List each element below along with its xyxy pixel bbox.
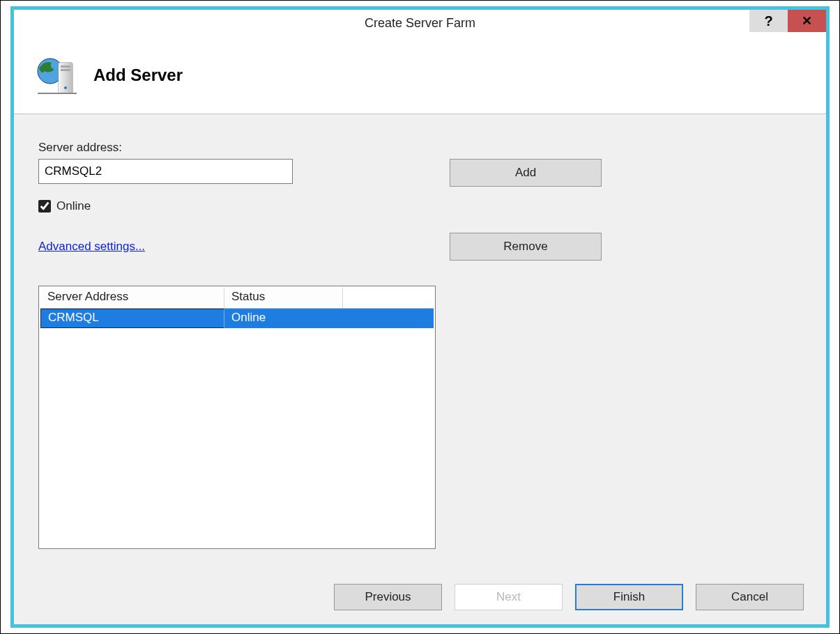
next-button: Next	[455, 584, 563, 610]
content-area: Server address: Add Online Advanced sett…	[14, 114, 826, 570]
svg-rect-4	[61, 65, 70, 68]
close-icon: ✕	[802, 13, 812, 29]
online-checkbox[interactable]	[38, 200, 51, 212]
previous-button[interactable]: Previous	[334, 584, 442, 610]
cancel-button[interactable]: Cancel	[696, 584, 804, 610]
page-heading: Add Server	[93, 65, 183, 85]
dialog-window: Create Server Farm ? ✕	[10, 6, 830, 628]
add-button[interactable]: Add	[450, 159, 602, 187]
cell-status: Online	[224, 309, 343, 328]
svg-point-6	[64, 86, 67, 89]
cell-address: CRMSQL	[40, 309, 224, 328]
outer-frame: Create Server Farm ? ✕	[0, 0, 840, 634]
svg-rect-5	[61, 69, 70, 71]
close-button[interactable]: ✕	[788, 10, 826, 32]
column-header-address[interactable]: Server Address	[40, 288, 224, 308]
wizard-footer: Previous Next Finish Cancel	[14, 570, 826, 624]
titlebar: Create Server Farm ? ✕	[14, 10, 826, 36]
server-list[interactable]: Server Address Status CRMSQL Online	[38, 286, 436, 549]
advanced-settings-link[interactable]: Advanced settings...	[38, 240, 145, 253]
server-address-input[interactable]	[38, 159, 293, 184]
wizard-header: Add Server	[14, 36, 826, 114]
server-list-header: Server Address Status	[40, 288, 434, 309]
help-icon: ?	[764, 13, 772, 29]
table-row[interactable]: CRMSQL Online	[40, 309, 434, 328]
titlebar-buttons: ? ✕	[749, 10, 826, 32]
column-header-status[interactable]: Status	[224, 288, 343, 308]
finish-button[interactable]: Finish	[575, 584, 683, 610]
server-address-label: Server address:	[38, 141, 802, 155]
online-label: Online	[56, 199, 91, 213]
window-title: Create Server Farm	[14, 16, 826, 31]
remove-button[interactable]: Remove	[450, 233, 602, 261]
help-button[interactable]: ?	[749, 10, 788, 32]
server-globe-icon	[35, 53, 79, 98]
